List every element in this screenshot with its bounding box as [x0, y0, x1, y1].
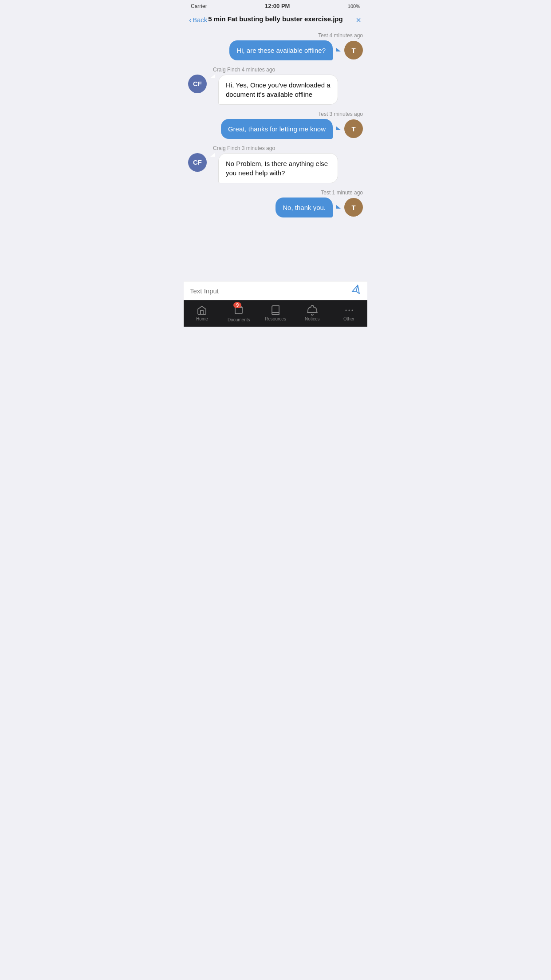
message-bubble: No Problem, Is there anything else you n… [218, 153, 338, 183]
avatar: CF [188, 153, 207, 172]
message-group: Craig Finch 3 minutes agoCFNo Problem, I… [188, 145, 363, 183]
message-meta: Craig Finch 4 minutes ago [188, 67, 275, 73]
message-bubble: Hi, Yes, Once you've downloaded a docume… [218, 75, 338, 105]
message-tail-icon [210, 75, 215, 78]
avatar: T [344, 198, 363, 217]
message-meta: Test 4 minutes ago [318, 32, 363, 39]
status-bar: Carrier 12:00 PM 100% [184, 0, 367, 12]
time-label: 12:00 PM [265, 3, 290, 9]
nav-label-documents: Documents [228, 317, 250, 322]
message-meta: Test 1 minute ago [321, 190, 363, 196]
other-icon [344, 305, 354, 316]
message-tail-icon [210, 153, 215, 157]
message-row: CFHi, Yes, Once you've downloaded a docu… [188, 75, 338, 105]
chat-area: Test 4 minutes agoHi, are these availabl… [184, 28, 367, 281]
text-input[interactable] [190, 287, 347, 295]
nav-label-notices: Notices [305, 316, 319, 321]
nav-item-resources[interactable]: Resources [262, 305, 289, 321]
message-bubble: Hi, are these available offline? [229, 40, 333, 60]
nav-item-documents[interactable]: 9 Documents [225, 304, 252, 322]
back-label: Back [193, 16, 207, 24]
avatar: CF [188, 75, 207, 93]
nav-label-home: Home [196, 316, 208, 321]
svg-point-4 [351, 310, 353, 311]
svg-point-2 [345, 310, 346, 311]
message-meta: Craig Finch 3 minutes ago [188, 145, 275, 151]
avatar: T [344, 119, 363, 138]
notices-icon [307, 305, 318, 316]
header: ‹ Back 5 min Fat busting belly buster ex… [184, 12, 367, 28]
message-row: Hi, are these available offline?T [229, 40, 363, 60]
carrier-label: Carrier [191, 3, 207, 9]
documents-badge: 9 [233, 302, 241, 308]
avatar: T [344, 41, 363, 59]
message-row: CFNo Problem, Is there anything else you… [188, 153, 338, 183]
svg-point-3 [348, 310, 350, 311]
nav-item-other[interactable]: Other [336, 305, 362, 321]
nav-item-notices[interactable]: Notices [299, 305, 326, 321]
chevron-left-icon: ‹ [189, 16, 192, 24]
message-group: Test 1 minute agoNo, thank you.T [188, 190, 363, 217]
message-group: Test 3 minutes agoGreat, thanks for lett… [188, 111, 363, 139]
message-group: Craig Finch 4 minutes agoCFHi, Yes, Once… [188, 67, 363, 105]
message-tail-icon [336, 126, 341, 130]
nav-label-resources: Resources [265, 316, 286, 321]
input-bar [184, 281, 367, 300]
message-tail-icon [336, 205, 341, 209]
back-button[interactable]: ‹ Back [189, 16, 207, 24]
message-tail-icon [336, 48, 341, 51]
nav-label-other: Other [343, 316, 354, 321]
send-button[interactable] [350, 284, 363, 297]
home-icon [197, 305, 207, 316]
battery-label: 100% [348, 4, 360, 9]
bottom-nav: Home 9 Documents Resources Notices [184, 300, 367, 327]
message-bubble: No, thank you. [276, 198, 333, 217]
page-title: 5 min Fat busting belly buster exercise.… [191, 15, 360, 24]
message-group: Test 4 minutes agoHi, are these availabl… [188, 32, 363, 60]
message-bubble: Great, thanks for letting me know [221, 119, 333, 139]
close-button[interactable]: × [356, 15, 361, 25]
message-meta: Test 3 minutes ago [318, 111, 363, 117]
resources-icon [270, 305, 281, 316]
message-row: No, thank you.T [276, 198, 363, 217]
message-row: Great, thanks for letting me knowT [221, 119, 363, 139]
nav-item-home[interactable]: Home [189, 305, 215, 321]
send-icon [350, 284, 363, 297]
